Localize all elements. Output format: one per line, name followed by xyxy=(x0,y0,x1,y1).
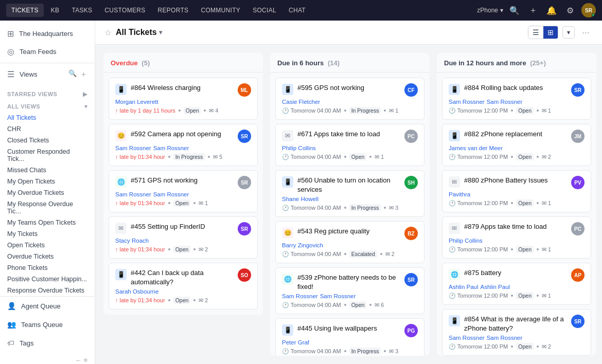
assignee-name[interactable]: Sam Rossner xyxy=(449,335,485,341)
sidebar-item-headquarters[interactable]: ⊞ The Headquarters xyxy=(0,25,95,43)
meta-count: ✉ 3 xyxy=(389,348,398,354)
ticket-card-671[interactable]: ✉ #671 Apps take time to load PC Philip … xyxy=(275,124,424,166)
nav-phone-tickets[interactable]: Phone Tickets xyxy=(0,262,95,274)
nav-chr[interactable]: CHR xyxy=(0,123,95,135)
nav-kb[interactable]: KB xyxy=(46,4,65,17)
assignee-name[interactable]: Philip Collins xyxy=(282,145,316,151)
assignee-name[interactable]: Sarah Osbourne xyxy=(115,288,158,295)
ticket-card-592[interactable]: 😊 #592 Camera app not opening SR Sam Ros… xyxy=(109,124,258,166)
views-add-icon[interactable]: ＋ xyxy=(80,69,87,79)
meta-count: ✉ 2 xyxy=(199,297,208,303)
assignee-name[interactable]: James van der Meer xyxy=(449,145,503,151)
nav-positive-customer[interactable]: Positive Customer Happin... xyxy=(0,274,95,285)
nav-my-teams-open[interactable]: My Teams Open Tickets xyxy=(0,217,95,228)
ticket-card-543[interactable]: 😊 #543 Reg picture quality BZ Barry Zing… xyxy=(275,221,424,263)
nav-social[interactable]: SOCIAL xyxy=(247,4,281,17)
ticket-card-539[interactable]: 🌐 #539 zPhone battery needs to be fixed!… xyxy=(275,267,424,314)
sidebar-tags[interactable]: 🏷 Tags xyxy=(0,334,95,352)
card-assignees: Sarah Osbourne xyxy=(115,288,251,295)
nav-open-tickets[interactable]: Open Tickets xyxy=(0,240,95,251)
all-views-collapse-icon[interactable]: ▾ xyxy=(84,103,87,110)
grid-view-button[interactable]: ⊞ xyxy=(543,26,558,39)
nav-customer-responded[interactable]: Customer Responded Tick... xyxy=(0,146,95,165)
views-search-icon[interactable]: 🔍 xyxy=(68,69,77,79)
sidebar-item-team-feeds[interactable]: ◎ Team Feeds xyxy=(0,43,95,61)
card-top: 📱 #882 zPhone replacement JM xyxy=(449,130,585,143)
all-views-label: ALL VIEWS xyxy=(7,103,40,110)
nav-my-tickets[interactable]: My Tickets xyxy=(0,228,95,240)
nav-reports[interactable]: REPORTS xyxy=(153,4,194,17)
assignee-name[interactable]: Barry Zingovich xyxy=(282,242,323,248)
assignee-name-2[interactable]: Sam Rossner xyxy=(487,99,523,105)
assignee-name-2[interactable]: Sam Rossner xyxy=(487,335,523,341)
sidebar-collapse-button[interactable]: ← ≡ xyxy=(0,352,95,364)
nav-closed-tickets[interactable]: Closed Tickets xyxy=(0,135,95,146)
assignee-name[interactable]: Sam Rossner xyxy=(449,99,485,105)
assignee-name[interactable]: Peter Graf xyxy=(282,339,309,345)
sidebar-teams-queue[interactable]: 👥 Teams Queue xyxy=(0,315,95,334)
ticket-card-879[interactable]: ✉ #879 Apps take time to load PC Philip … xyxy=(442,216,591,259)
search-icon[interactable]: 🔍 xyxy=(507,3,522,17)
ticket-card-854[interactable]: 📱 #854 What is the average life of a zPh… xyxy=(442,309,591,356)
ticket-card-442[interactable]: 📱 #442 Can I back up data automatically?… xyxy=(109,263,258,310)
view-title-button[interactable]: All Tickets ▾ xyxy=(116,28,162,37)
ticket-card-880[interactable]: ✉ #880 zPhone Battery Issues PV Pavithra… xyxy=(442,170,591,212)
nav-missed-chats[interactable]: Missed Chats xyxy=(0,165,95,176)
list-view-button[interactable]: ☰ xyxy=(528,26,543,39)
assignee-name[interactable]: Stacy Roach xyxy=(115,238,149,244)
ticket-card-882[interactable]: 📱 #882 zPhone replacement JM James van d… xyxy=(442,124,591,166)
assignee-name[interactable]: Ashlin Paul xyxy=(449,284,479,290)
nav-my-overdue-tickets[interactable]: My Overdue Tickets xyxy=(0,187,95,198)
meta-dot xyxy=(168,156,170,158)
phone-selector[interactable]: zPhone ▾ xyxy=(477,7,503,14)
ticket-card-455[interactable]: ✉ #455 Setting up FinderID SR Stacy Roac… xyxy=(109,216,258,259)
card-meta: 🕐 Tomorrow 04:00 AM In Progress ✉ 3 xyxy=(282,204,418,211)
favorite-icon[interactable]: ☆ xyxy=(104,28,112,38)
assignee-name[interactable]: Sam Rossner xyxy=(282,293,318,299)
nav-customers[interactable]: CUSTOMERS xyxy=(99,4,150,17)
nav-all-tickets[interactable]: All Tickets xyxy=(0,112,95,123)
nav-chat[interactable]: CHAT xyxy=(284,4,311,17)
card-top: 📱 #560 Unable to turn on location servic… xyxy=(282,176,418,194)
sidebar-item-views[interactable]: ☰ Views 🔍 ＋ xyxy=(0,65,95,83)
nav-my-response-overdue[interactable]: My Response Overdue Tic... xyxy=(0,198,95,217)
ticket-card-875[interactable]: 🌐 #875 battery AP Ashlin Paul Ashlin Pau… xyxy=(442,263,591,305)
assignee-name[interactable]: Shane Howell xyxy=(282,196,318,202)
ticket-card-445[interactable]: 📱 #445 Using live wallpapers PG Peter Gr… xyxy=(275,318,424,356)
user-avatar[interactable]: SR xyxy=(581,3,596,17)
assignee-name[interactable]: Philip Collins xyxy=(449,238,483,244)
notifications-icon[interactable]: 🔔 xyxy=(544,3,559,17)
assignee-name[interactable]: Sam Rossner xyxy=(115,191,151,197)
assignee-name[interactable]: Casie Fletcher xyxy=(282,99,320,105)
assignee-name-2[interactable]: Sam Rossner xyxy=(320,293,356,299)
smiley-icon: 😊 xyxy=(115,130,127,141)
assignee-name[interactable]: Sam Rossner xyxy=(115,145,151,151)
assignee-name[interactable]: Morgan Leverett xyxy=(115,99,158,105)
assignee-name-2[interactable]: Sam Rossner xyxy=(153,145,189,151)
ticket-card-864[interactable]: 📱 #864 Wireless charging ML Morgan Lever… xyxy=(109,78,258,120)
more-options-button[interactable]: ··· xyxy=(579,26,593,39)
nav-community[interactable]: COMMUNITY xyxy=(196,4,245,17)
ticket-card-571[interactable]: 🌐 #571 GPS not working SR Sam Rossner Sa… xyxy=(109,170,258,212)
ticket-card-560[interactable]: 📱 #560 Unable to turn on location servic… xyxy=(275,170,424,217)
assignee-name[interactable]: Pavithra xyxy=(449,191,470,197)
phone-icon: 📱 xyxy=(282,176,293,188)
meta-dot xyxy=(511,110,513,112)
assignee-name-2[interactable]: Ashlin Paul xyxy=(481,284,510,290)
mode-toggle-button[interactable]: ▾ xyxy=(563,27,574,38)
meta-count: ✉ 4 xyxy=(209,107,218,114)
nav-tickets[interactable]: TICKETS xyxy=(6,4,44,17)
team-feeds-icon: ◎ xyxy=(7,47,14,57)
meta-dot xyxy=(537,110,539,112)
assignee-name-2[interactable]: Sam Rossner xyxy=(153,191,189,197)
nav-my-open-tickets[interactable]: My Open Tickets xyxy=(0,176,95,187)
nav-tasks[interactable]: TASKS xyxy=(66,4,97,17)
ticket-card-595[interactable]: 📱 #595 GPS not working CF Casie Fletcher… xyxy=(275,78,424,120)
nav-overdue-tickets[interactable]: Overdue Tickets xyxy=(0,251,95,262)
sidebar-agent-queue[interactable]: 👤 Agent Queue xyxy=(0,297,95,315)
nav-response-overdue[interactable]: Response Overdue Tickets xyxy=(0,285,95,296)
ticket-card-884[interactable]: 📱 #884 Rolling back updates SR Sam Rossn… xyxy=(442,78,591,120)
add-icon[interactable]: ＋ xyxy=(526,3,540,17)
settings-icon[interactable]: ⚙ xyxy=(563,3,577,17)
starred-views-expand-icon[interactable]: ▶ xyxy=(83,90,87,98)
